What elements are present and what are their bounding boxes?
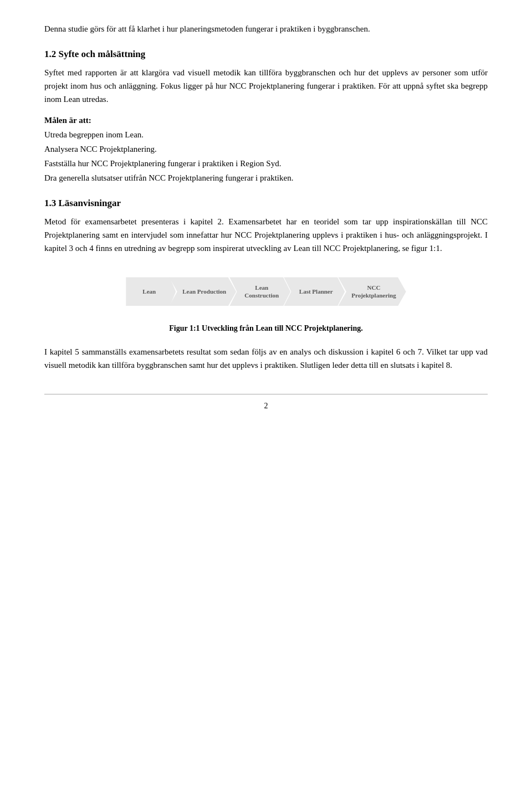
section-12-title: 1.2 Syfte och målsättning xyxy=(44,47,488,61)
section-13-title: 1.3 Läsanvisningar xyxy=(44,196,488,211)
intro-sentence: Denna studie görs för att få klarhet i h… xyxy=(44,22,488,35)
arrow-lean-construction-label: Lean Construction xyxy=(244,284,279,300)
arrow-lean-construction: Lean Construction xyxy=(229,277,290,306)
section-13-para1: Metod för examensarbetet presenteras i k… xyxy=(44,215,488,255)
goals-label: Målen är att: xyxy=(44,114,488,127)
arrow-lean-production: Lean Production xyxy=(169,277,236,306)
arrow-last-planner-label: Last Planner xyxy=(299,288,333,295)
page-number-area: 2 xyxy=(44,394,488,412)
arrow-diagram: Lean Lean Production Lean Construction L… xyxy=(44,277,488,306)
arrow-lean: Lean xyxy=(126,277,176,306)
goal-item: Dra generella slutsatser utifrån NCC Pro… xyxy=(44,171,488,184)
figure-caption: Figur 1:1 Utveckling från Lean till NCC … xyxy=(44,322,488,335)
arrow-ncc-label: NCC Projektplanering xyxy=(351,284,396,300)
page-content: Denna studie görs för att få klarhet i h… xyxy=(44,22,488,412)
arrow-ncc: NCC Projektplanering xyxy=(338,277,406,306)
goals-list: Utreda begreppen inom Lean. Analysera NC… xyxy=(44,128,488,184)
goal-item: Fastställa hur NCC Projektplanering fung… xyxy=(44,157,488,170)
section-13-para2: I kapitel 5 sammanställs examensarbetets… xyxy=(44,345,488,372)
goal-item: Utreda begreppen inom Lean. xyxy=(44,128,488,141)
arrow-last-planner: Last Planner xyxy=(284,277,345,306)
arrow-lean-production-label: Lean Production xyxy=(182,288,226,295)
goal-item: Analysera NCC Projektplanering. xyxy=(44,142,488,156)
page-number: 2 xyxy=(264,402,268,410)
section-12-para1: Syftet med rapporten är att klargöra vad… xyxy=(44,66,488,106)
arrow-lean-label: Lean xyxy=(142,288,156,295)
